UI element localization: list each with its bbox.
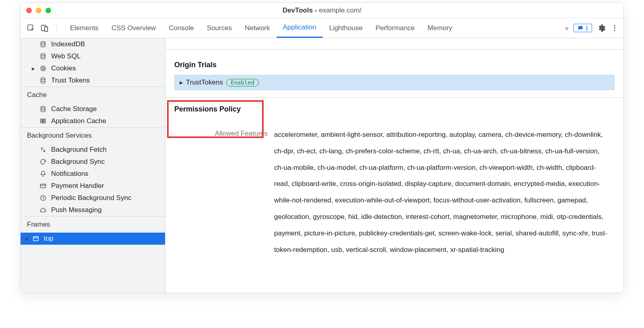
sidebar-item-label: Payment Handler bbox=[51, 182, 104, 190]
sidebar-header-bg: Background Services bbox=[21, 128, 165, 144]
sidebar-item-web-sql[interactable]: Web SQL bbox=[21, 50, 165, 62]
tab-sources[interactable]: Sources bbox=[200, 18, 238, 38]
main-split: IndexedDBWeb SQLCookiesTrust Tokens Cach… bbox=[21, 38, 623, 293]
tab-application[interactable]: Application bbox=[277, 18, 323, 38]
sidebar-item-periodic-background-sync[interactable]: Periodic Background Sync bbox=[21, 192, 165, 204]
sidebar-item-label: Push Messaging bbox=[51, 206, 102, 214]
sidebar-group-frames: Frames top bbox=[21, 217, 165, 245]
sidebar-item-label: top bbox=[44, 235, 54, 243]
svg-rect-19 bbox=[43, 122, 45, 123]
tab-lighthouse[interactable]: Lighthouse bbox=[323, 18, 369, 38]
sidebar-header-frames: Frames bbox=[21, 217, 165, 233]
inspect-element-icon[interactable] bbox=[25, 23, 37, 34]
svg-point-13 bbox=[44, 69, 45, 70]
svg-point-10 bbox=[42, 68, 43, 68]
db-icon bbox=[39, 40, 47, 48]
sidebar-group-cache: Cache Cache StorageApplication Cache bbox=[21, 87, 165, 128]
updown-icon bbox=[39, 146, 47, 154]
content-pane: Origin Trials TrustTokens Enabled Permis… bbox=[165, 38, 623, 293]
db-icon bbox=[39, 76, 47, 85]
sidebar-item-label: IndexedDB bbox=[51, 40, 85, 48]
svg-point-8 bbox=[41, 54, 45, 56]
more-menu-icon[interactable] bbox=[611, 24, 619, 32]
sidebar-item-trust-tokens[interactable]: Trust Tokens bbox=[21, 74, 165, 87]
tab-console[interactable]: Console bbox=[162, 18, 200, 38]
tab-css-overview[interactable]: CSS Overview bbox=[105, 18, 163, 38]
sidebar-item-notifications[interactable]: Notifications bbox=[21, 168, 165, 180]
sidebar-item-label: Cookies bbox=[51, 64, 76, 72]
frame-icon bbox=[32, 235, 40, 243]
window-titlebar: DevTools - example.com/ bbox=[21, 3, 623, 18]
tab-elements[interactable]: Elements bbox=[64, 18, 105, 38]
sidebar-item-label: Background Fetch bbox=[51, 146, 107, 154]
grid-icon bbox=[39, 117, 47, 125]
bell-icon bbox=[39, 170, 47, 178]
tab-memory[interactable]: Memory bbox=[421, 18, 458, 38]
sidebar-item-background-sync[interactable]: Background Sync bbox=[21, 156, 165, 168]
tab-performance[interactable]: Performance bbox=[369, 18, 421, 38]
origin-trial-row[interactable]: TrustTokens Enabled bbox=[174, 75, 615, 90]
devtools-toolbar: ElementsCSS OverviewConsoleSourcesNetwor… bbox=[21, 18, 623, 38]
db-icon bbox=[39, 52, 47, 60]
allowed-features-list: accelerometer, ambient-light-sensor, att… bbox=[274, 127, 615, 258]
toolbar-separator bbox=[57, 24, 57, 33]
sidebar-item-label: Periodic Background Sync bbox=[51, 194, 131, 202]
svg-point-4 bbox=[614, 25, 615, 26]
sidebar-group-bg-services: Background Services Background FetchBack… bbox=[21, 128, 165, 217]
allowed-features-label: Allowed Features bbox=[174, 128, 268, 138]
sidebar-header-cache: Cache bbox=[21, 87, 165, 103]
sidebar-item-label: Notifications bbox=[51, 170, 89, 178]
traffic-lights bbox=[26, 8, 51, 13]
svg-point-5 bbox=[614, 27, 615, 29]
cookie-icon bbox=[39, 64, 47, 72]
permissions-policy-section: Permissions Policy Allowed Features acce… bbox=[165, 98, 623, 274]
issues-count: 1 bbox=[585, 25, 588, 31]
svg-rect-22 bbox=[33, 237, 38, 241]
origin-trials-section: Origin Trials TrustTokens Enabled bbox=[165, 50, 623, 98]
permissions-policy-heading: Permissions Policy bbox=[174, 105, 268, 113]
origin-trial-status-pill: Enabled bbox=[226, 79, 259, 87]
svg-rect-17 bbox=[43, 119, 45, 121]
svg-point-12 bbox=[43, 69, 43, 70]
sidebar-item-application-cache[interactable]: Application Cache bbox=[21, 115, 165, 127]
sidebar-group-storage: IndexedDBWeb SQLCookiesTrust Tokens bbox=[21, 38, 165, 87]
window-minimize-button[interactable] bbox=[36, 8, 41, 13]
tabs-overflow-button[interactable]: » bbox=[565, 25, 569, 32]
svg-point-15 bbox=[41, 106, 45, 108]
svg-point-14 bbox=[41, 78, 45, 80]
sidebar-item-payment-handler[interactable]: Payment Handler bbox=[21, 180, 165, 192]
origin-trial-name: TrustTokens bbox=[186, 78, 223, 87]
clock-icon bbox=[39, 194, 47, 202]
issues-button[interactable]: 1 bbox=[574, 24, 592, 32]
sidebar-item-top[interactable]: top bbox=[21, 233, 165, 245]
device-toggle-icon[interactable] bbox=[39, 23, 50, 34]
cloud-icon bbox=[39, 206, 47, 214]
sidebar-item-label: Cache Storage bbox=[51, 105, 97, 113]
svg-rect-18 bbox=[41, 122, 43, 123]
svg-point-7 bbox=[41, 41, 45, 43]
content-top-spacer bbox=[165, 38, 623, 50]
tab-network[interactable]: Network bbox=[238, 18, 276, 38]
sidebar-item-label: Web SQL bbox=[51, 52, 80, 60]
db-icon bbox=[39, 105, 47, 113]
svg-rect-20 bbox=[40, 184, 46, 188]
window-zoom-button[interactable] bbox=[45, 8, 51, 13]
sidebar-item-push-messaging[interactable]: Push Messaging bbox=[21, 204, 165, 216]
sidebar-item-label: Application Cache bbox=[51, 117, 106, 125]
sync-icon bbox=[39, 158, 47, 166]
card-icon bbox=[39, 182, 47, 190]
sidebar-item-indexeddb[interactable]: IndexedDB bbox=[21, 38, 165, 50]
svg-point-6 bbox=[614, 30, 615, 31]
window-title-host: example.com/ bbox=[319, 6, 361, 14]
application-sidebar: IndexedDBWeb SQLCookiesTrust Tokens Cach… bbox=[21, 38, 165, 293]
sidebar-item-cache-storage[interactable]: Cache Storage bbox=[21, 103, 165, 115]
settings-gear-icon[interactable] bbox=[597, 24, 606, 33]
devtools-window: DevTools - example.com/ ElementsCSS Over… bbox=[20, 2, 624, 293]
sidebar-item-label: Background Sync bbox=[51, 158, 105, 166]
sidebar-item-background-fetch[interactable]: Background Fetch bbox=[21, 144, 165, 156]
sidebar-item-cookies[interactable]: Cookies bbox=[21, 62, 165, 74]
window-title: DevTools - example.com/ bbox=[21, 6, 623, 14]
svg-point-9 bbox=[41, 66, 45, 71]
svg-rect-16 bbox=[41, 119, 43, 121]
window-close-button[interactable] bbox=[26, 8, 32, 13]
